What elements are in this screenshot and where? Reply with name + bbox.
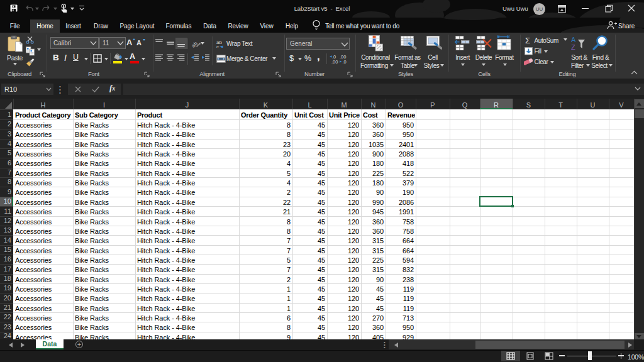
svg-text:.0: .0 [343,59,347,64]
svg-text:.00: .00 [331,59,338,64]
svg-text:A: A [571,36,576,43]
svg-text:c: c [216,44,219,48]
svg-text:ab: ab [192,40,199,48]
svg-text:Z: Z [571,43,575,51]
